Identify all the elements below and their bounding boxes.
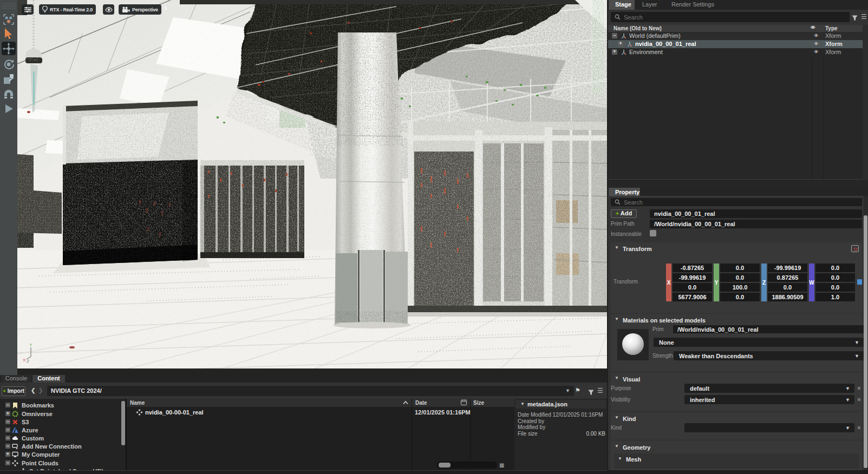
svg-text:X: X	[23, 358, 26, 363]
svg-text:Y: Y	[29, 343, 32, 347]
svg-text:Z: Z	[27, 359, 29, 363]
